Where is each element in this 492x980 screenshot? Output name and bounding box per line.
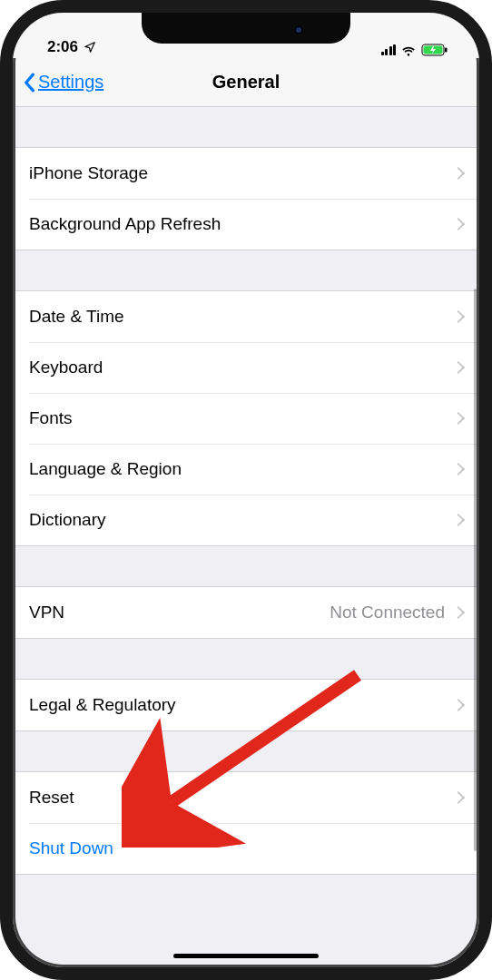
row-accessory xyxy=(454,515,463,524)
page-title: General xyxy=(212,72,280,93)
row-accessory xyxy=(454,312,463,321)
status-time: 2:06 xyxy=(47,38,78,56)
row-label: Background App Refresh xyxy=(29,214,221,234)
row-label: VPN xyxy=(29,603,64,622)
row-label: Legal & Regulatory xyxy=(29,695,176,715)
row-label: Shut Down xyxy=(29,838,113,858)
row-label: Keyboard xyxy=(29,358,103,377)
group-vpn: VPN Not Connected xyxy=(13,586,479,639)
group-spacer xyxy=(13,731,479,771)
device-mute-switch xyxy=(0,145,4,181)
row-accessory xyxy=(454,363,463,372)
device-notch xyxy=(142,13,350,44)
group-reset: Reset Shut Down xyxy=(13,771,479,875)
row-reset[interactable]: Reset xyxy=(13,772,479,823)
bottom-spacer xyxy=(13,875,479,929)
row-accessory xyxy=(454,701,463,710)
chevron-left-icon xyxy=(22,73,36,93)
row-accessory xyxy=(454,414,463,423)
chevron-right-icon xyxy=(452,463,465,475)
row-label: Language & Region xyxy=(29,459,182,479)
row-dictionary[interactable]: Dictionary xyxy=(13,495,479,545)
group-input: Date & Time Keyboard Fonts Language & Re… xyxy=(13,290,479,546)
location-icon xyxy=(84,41,96,54)
home-indicator[interactable] xyxy=(173,954,319,958)
wifi-icon xyxy=(400,44,417,56)
row-label: Fonts xyxy=(29,408,73,428)
row-legal-regulatory[interactable]: Legal & Regulatory xyxy=(13,680,479,730)
row-label: Reset xyxy=(29,788,74,808)
row-accessory: Not Connected xyxy=(330,603,463,622)
row-label: Dictionary xyxy=(29,510,105,530)
svg-rect-2 xyxy=(445,48,448,53)
chevron-right-icon xyxy=(452,361,465,374)
cellular-icon xyxy=(381,44,397,55)
group-spacer xyxy=(13,107,479,147)
device-volume-down xyxy=(0,286,4,349)
screen: 2:06 Settings General xyxy=(13,13,479,967)
back-button[interactable]: Settings xyxy=(22,72,103,93)
chevron-right-icon xyxy=(452,412,465,425)
group-spacer xyxy=(13,639,479,679)
row-accessory xyxy=(454,793,463,802)
device-volume-up xyxy=(0,209,4,272)
chevron-right-icon xyxy=(452,514,465,526)
group-spacer xyxy=(13,546,479,586)
chevron-right-icon xyxy=(452,167,465,180)
row-fonts[interactable]: Fonts xyxy=(13,393,479,444)
settings-list[interactable]: iPhone Storage Background App Refresh Da… xyxy=(13,107,479,967)
row-accessory xyxy=(454,169,463,178)
device-side-button xyxy=(488,218,492,318)
status-left: 2:06 xyxy=(38,38,96,56)
status-right xyxy=(381,44,455,56)
group-storage: iPhone Storage Background App Refresh xyxy=(13,147,479,250)
row-label: Date & Time xyxy=(29,307,124,327)
navigation-bar: Settings General xyxy=(13,58,479,107)
row-vpn[interactable]: VPN Not Connected xyxy=(13,587,479,638)
row-background-refresh[interactable]: Background App Refresh xyxy=(13,199,479,250)
row-label: iPhone Storage xyxy=(29,163,148,183)
row-keyboard[interactable]: Keyboard xyxy=(13,342,479,393)
chevron-right-icon xyxy=(452,218,465,230)
row-value: Not Connected xyxy=(330,603,445,622)
row-iphone-storage[interactable]: iPhone Storage xyxy=(13,148,479,199)
scroll-indicator xyxy=(474,289,477,851)
chevron-right-icon xyxy=(452,310,465,323)
row-language-region[interactable]: Language & Region xyxy=(13,444,479,495)
chevron-right-icon xyxy=(452,606,465,619)
back-label: Settings xyxy=(38,72,103,93)
row-accessory xyxy=(454,220,463,229)
group-spacer xyxy=(13,250,479,290)
row-date-time[interactable]: Date & Time xyxy=(13,291,479,342)
group-legal: Legal & Regulatory xyxy=(13,679,479,731)
row-accessory xyxy=(454,465,463,474)
battery-icon xyxy=(421,44,448,56)
row-shut-down[interactable]: Shut Down xyxy=(13,823,479,874)
chevron-right-icon xyxy=(452,699,465,711)
chevron-right-icon xyxy=(452,791,465,804)
